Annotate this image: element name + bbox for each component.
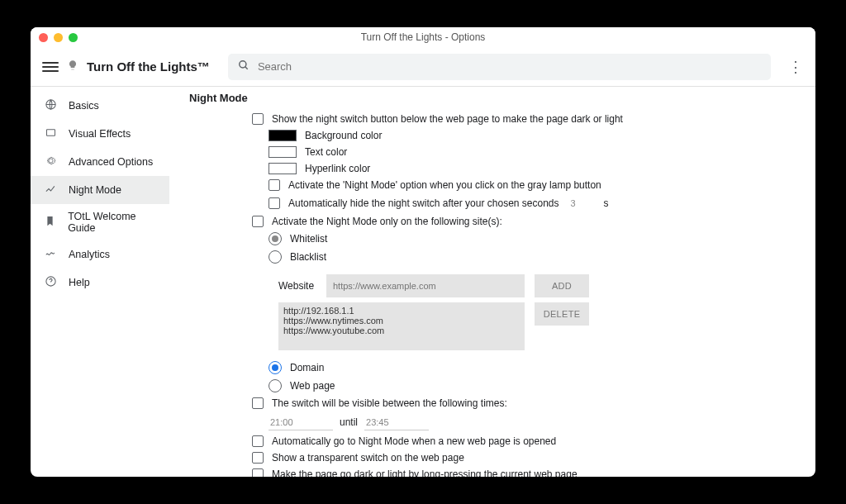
text-color-swatch[interactable] — [269, 146, 297, 158]
sidebar-item-label: Visual Effects — [69, 128, 131, 140]
help-icon — [44, 275, 57, 290]
sidebar-item-label: Help — [69, 277, 90, 288]
search-field[interactable] — [228, 54, 771, 80]
website-label: Website — [278, 280, 316, 292]
webpage-label: Web page — [290, 380, 335, 392]
wave-icon — [44, 247, 57, 262]
svg-line-1 — [245, 67, 248, 69]
time-switch-checkbox[interactable] — [252, 397, 264, 409]
long-press-checkbox[interactable] — [252, 468, 264, 477]
show-switch-checkbox[interactable] — [252, 113, 264, 125]
window-title: Turn Off the Lights - Options — [31, 31, 815, 43]
show-switch-label: Show the night switch button below the w… — [272, 113, 623, 125]
close-window-button[interactable] — [39, 33, 48, 42]
hyperlink-color-swatch[interactable] — [269, 163, 297, 174]
long-press-label: Make the page go dark or light by long-p… — [272, 468, 577, 477]
only-sites-label: Activate the Night Mode only on the foll… — [272, 216, 502, 227]
bookmark-icon — [44, 215, 56, 230]
auto-new-page-checkbox[interactable] — [252, 435, 264, 447]
domain-radio[interactable] — [269, 361, 282, 374]
seconds-suffix: s — [604, 197, 609, 209]
svg-point-0 — [240, 61, 246, 68]
activate-lamp-checkbox[interactable] — [269, 179, 280, 191]
blacklist-radio[interactable] — [269, 250, 282, 264]
titlebar: Turn Off the Lights - Options — [31, 27, 815, 47]
sidebar-item-label: TOtL Welcome Guide — [68, 211, 161, 234]
transparent-switch-checkbox[interactable] — [252, 452, 264, 464]
globe-icon — [44, 98, 57, 113]
text-color-label: Text color — [305, 146, 347, 158]
sidebar-item-analytics[interactable]: Analytics — [31, 240, 169, 269]
add-button[interactable]: ADD — [535, 274, 589, 297]
time-from-input[interactable] — [269, 414, 333, 430]
auto-new-page-label: Automatically go to Night Mode when a ne… — [272, 435, 556, 447]
sidebar-item-label: Advanced Options — [69, 156, 153, 168]
delete-button[interactable]: DELETE — [535, 302, 589, 326]
sidebar-item-label: Analytics — [69, 249, 110, 260]
svg-rect-3 — [46, 130, 55, 136]
maximize-window-button[interactable] — [69, 33, 78, 42]
sidebar: Basics Visual Effects Advanced Options N… — [31, 87, 169, 477]
activate-lamp-label: Activate the 'Night Mode' option when yo… — [288, 179, 601, 191]
sidebar-item-visual-effects[interactable]: Visual Effects — [31, 120, 169, 148]
time-to-input[interactable] — [364, 414, 429, 430]
search-icon — [238, 59, 250, 74]
autohide-label: Automatically hide the night switch afte… — [288, 197, 559, 209]
gear-icon — [44, 155, 57, 169]
whitelist-radio[interactable] — [269, 232, 282, 245]
blacklist-label: Blacklist — [290, 251, 326, 263]
bg-color-label: Background color — [305, 130, 382, 141]
menu-icon[interactable] — [42, 59, 59, 75]
sidebar-item-label: Basics — [69, 100, 99, 112]
search-input[interactable] — [258, 60, 761, 73]
sidebar-item-help[interactable]: Help — [31, 269, 169, 297]
lamp-icon — [67, 59, 78, 74]
autohide-checkbox[interactable] — [269, 197, 280, 209]
minimize-window-button[interactable] — [54, 33, 63, 42]
site-list[interactable]: http://192.168.1.1 https://www.nytimes.c… — [278, 302, 525, 350]
whitelist-label: Whitelist — [290, 233, 327, 245]
toolbar: Turn Off the Lights™ ⋮ — [31, 47, 815, 87]
time-switch-label: The switch will be visible between the f… — [272, 397, 507, 409]
square-icon — [44, 126, 57, 141]
sidebar-item-welcome-guide[interactable]: TOtL Welcome Guide — [31, 204, 169, 240]
sidebar-item-advanced-options[interactable]: Advanced Options — [31, 148, 169, 176]
sidebar-item-night-mode[interactable]: Night Mode — [31, 176, 169, 204]
content-area: Night Mode Show the night switch button … — [169, 87, 815, 477]
sidebar-item-basics[interactable]: Basics — [31, 92, 169, 120]
hyperlink-color-label: Hyperlink color — [305, 163, 370, 174]
sidebar-item-label: Night Mode — [69, 184, 121, 196]
transparent-switch-label: Show a transparent switch on the web pag… — [272, 452, 464, 464]
domain-label: Domain — [290, 362, 324, 373]
website-input[interactable] — [326, 274, 525, 297]
only-sites-checkbox[interactable] — [252, 216, 264, 227]
until-label: until — [340, 416, 358, 428]
more-icon[interactable]: ⋮ — [787, 58, 804, 76]
background-color-swatch[interactable] — [269, 130, 297, 141]
trend-icon — [44, 183, 57, 197]
autohide-seconds-input[interactable] — [568, 196, 596, 211]
app-title: Turn Off the Lights™ — [87, 59, 210, 74]
section-title: Night Mode — [189, 92, 799, 104]
webpage-radio[interactable] — [269, 379, 282, 392]
